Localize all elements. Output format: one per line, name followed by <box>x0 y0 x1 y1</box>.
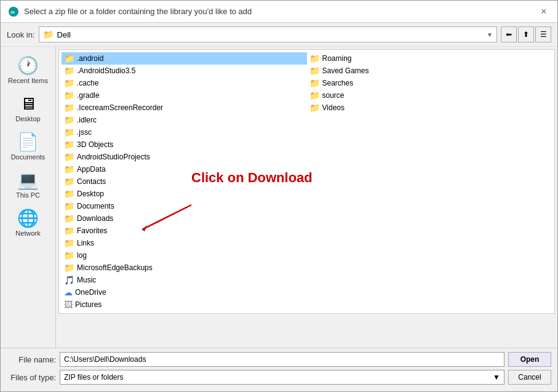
look-in-label: Look in: <box>7 30 35 39</box>
sidebar-item-recent-label: Recent Items <box>8 77 48 84</box>
list-item[interactable]: 📁Desktop <box>62 188 307 200</box>
close-button[interactable]: × <box>538 6 550 18</box>
look-in-value: Dell <box>57 30 484 39</box>
list-item[interactable]: 📁log <box>62 249 307 262</box>
list-item[interactable]: 📁.AndroidStudio3.5 <box>62 65 307 77</box>
up-icon: ⬆ <box>523 30 529 39</box>
bottom-bar: File name: Open Files of type: ZIP files… <box>1 348 557 391</box>
cancel-button[interactable]: Cancel <box>508 370 551 385</box>
documents-icon: 📄 <box>17 134 39 151</box>
list-item[interactable]: 📁.idlerc <box>62 114 307 126</box>
look-in-combo[interactable]: 📁 Dell ▼ <box>39 26 497 42</box>
dialog: ∞ Select a zip file or a folder containi… <box>0 0 558 392</box>
list-item[interactable]: 📁AppData <box>62 163 307 175</box>
title-bar: ∞ Select a zip file or a folder containi… <box>1 1 557 23</box>
list-item[interactable]: 📁Links <box>62 237 307 249</box>
sidebar-item-thispc-label: This PC <box>16 191 40 199</box>
view-icon: ☰ <box>540 30 547 39</box>
open-button[interactable]: Open <box>508 352 551 367</box>
up-folder-button[interactable]: ⬆ <box>518 26 534 42</box>
svg-text:∞: ∞ <box>10 9 15 15</box>
sidebar-item-network[interactable]: 🌐 Network <box>4 206 52 241</box>
list-item[interactable]: 📁.IcecreamScreenRecorder <box>62 102 307 114</box>
back-icon: ⬅ <box>506 30 512 39</box>
list-item[interactable]: 📁.cache <box>62 77 307 89</box>
list-item[interactable]: 📁.android <box>62 52 307 65</box>
filename-row: File name: Open <box>7 352 551 367</box>
recent-items-icon: 🕐 <box>17 57 39 74</box>
list-item[interactable]: 🎵Music <box>62 274 307 286</box>
back-button[interactable]: ⬅ <box>501 26 517 42</box>
network-icon: 🌐 <box>17 210 39 227</box>
list-item[interactable]: 📁MicrosoftEdgeBackups <box>62 262 307 274</box>
toolbar: Look in: 📁 Dell ▼ ⬅ ⬆ ☰ <box>1 23 557 47</box>
list-item[interactable]: 📁Favorites <box>62 225 307 237</box>
list-item[interactable]: 📁Saved Games <box>307 65 552 77</box>
list-item[interactable]: 📁Searches <box>307 77 552 89</box>
sidebar-item-recent[interactable]: 🕐 Recent Items <box>4 53 52 89</box>
dialog-title: Select a zip file or a folder containing… <box>24 7 252 16</box>
list-item[interactable]: 📁Roaming <box>307 52 552 65</box>
chevron-down-icon: ▼ <box>487 31 493 38</box>
list-item[interactable]: 🖼Pictures <box>62 298 307 311</box>
title-bar-left: ∞ Select a zip file or a folder containi… <box>8 6 252 17</box>
filetype-label: Files of type: <box>7 373 56 382</box>
view-button[interactable]: ☰ <box>535 26 551 42</box>
list-item[interactable]: 📁.gradle <box>62 89 307 102</box>
folder-icon: 📁 <box>43 30 54 39</box>
list-item[interactable]: 📁3D Objects <box>62 138 307 151</box>
filename-input[interactable] <box>60 352 504 367</box>
list-item[interactable]: 📁Contacts <box>62 175 307 188</box>
list-item[interactable]: 📁Videos <box>307 102 552 114</box>
arduino-icon: ∞ <box>8 6 19 17</box>
filetype-chevron-icon: ▼ <box>493 373 500 382</box>
sidebar-item-desktop-label: Desktop <box>15 115 40 122</box>
list-item[interactable]: 📁AndroidStudioProjects <box>62 151 307 163</box>
sidebar-item-documents[interactable]: 📄 Documents <box>4 129 52 165</box>
file-panel-wrap: 📁.android📁.AndroidStudio3.5📁.cache📁.grad… <box>56 47 557 348</box>
sidebar-item-desktop[interactable]: 🖥 Desktop <box>4 91 52 127</box>
filetype-row: Files of type: ZIP files or folders ▼ Ca… <box>7 370 551 385</box>
toolbar-buttons: ⬅ ⬆ ☰ <box>501 26 551 42</box>
list-item[interactable]: 📁Documents <box>62 200 307 212</box>
list-item[interactable]: ☁OneDrive <box>62 286 307 298</box>
thispc-icon: 💻 <box>17 172 39 189</box>
sidebar-item-network-label: Network <box>15 230 40 237</box>
filename-label: File name: <box>7 355 56 364</box>
list-item[interactable]: 📁.jssc <box>62 126 307 138</box>
list-item[interactable]: 📁Downloads <box>62 212 307 225</box>
filetype-select[interactable]: ZIP files or folders ▼ <box>60 370 504 385</box>
sidebar-item-documents-label: Documents <box>11 153 46 161</box>
filetype-value: ZIP files or folders <box>64 373 123 382</box>
sidebar-item-thispc[interactable]: 💻 This PC <box>4 167 52 203</box>
list-item[interactable]: 📁source <box>307 89 552 102</box>
main-content: 🕐 Recent Items 🖥 Desktop 📄 Documents 💻 T… <box>1 47 557 348</box>
file-panel: 📁.android📁.AndroidStudio3.5📁.cache📁.grad… <box>58 49 555 314</box>
sidebar: 🕐 Recent Items 🖥 Desktop 📄 Documents 💻 T… <box>1 47 56 348</box>
desktop-icon: 🖥 <box>20 95 37 113</box>
